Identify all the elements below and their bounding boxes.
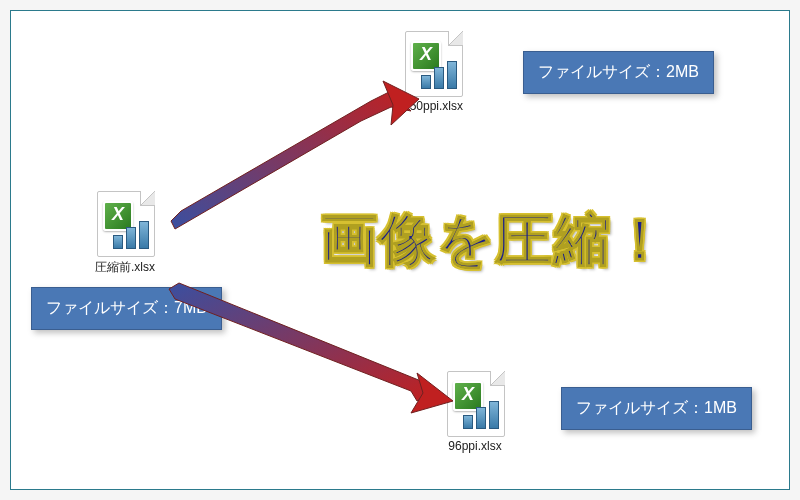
excel-file-icon: X bbox=[443, 371, 507, 435]
headline-text: 画像を圧縮！ bbox=[321, 203, 670, 279]
result-1-size-badge: ファイルサイズ：2MB bbox=[523, 51, 714, 94]
result-file-1-name: 150ppi.xlsx bbox=[373, 99, 493, 113]
source-size-badge: ファイルサイズ：7MB bbox=[31, 287, 222, 330]
diagram-frame: X 圧縮前.xlsx ファイルサイズ：7MB X 150ppi.xlsx ファイ… bbox=[10, 10, 790, 490]
result-file-2-name: 96ppi.xlsx bbox=[415, 439, 535, 453]
source-file-name: 圧縮前.xlsx bbox=[65, 259, 185, 276]
excel-file-icon: X bbox=[401, 31, 465, 95]
result-2-size-badge: ファイルサイズ：1MB bbox=[561, 387, 752, 430]
excel-file-icon: X bbox=[93, 191, 157, 255]
